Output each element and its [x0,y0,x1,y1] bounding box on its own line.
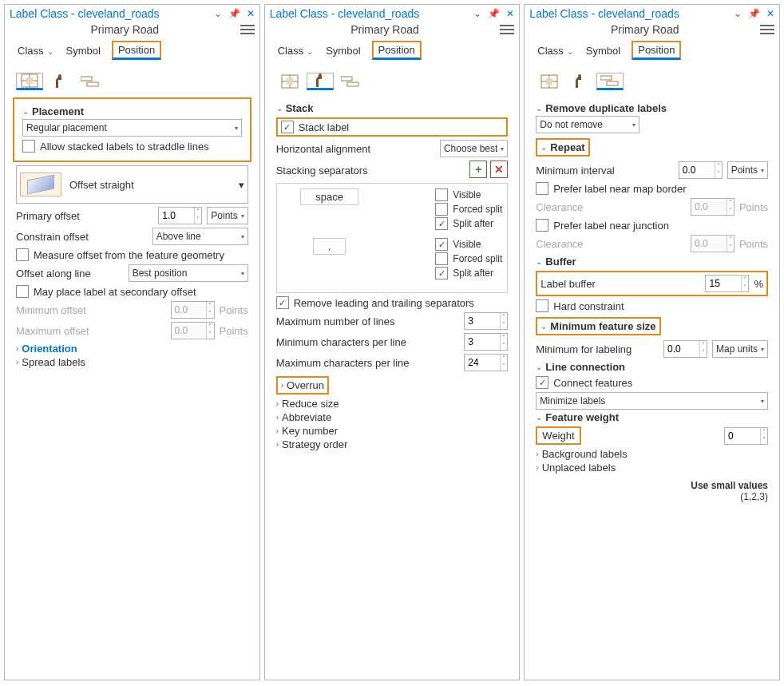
pin-icon[interactable]: 📌 [228,8,240,19]
placement-subtab-icon[interactable] [536,70,563,93]
tab-class[interactable]: Class⌄ [536,43,575,58]
section-abbreviate[interactable]: ›Abbreviate [276,411,509,423]
offset-thumbnail-icon [20,172,61,196]
section-placement[interactable]: ⌄Placement [22,105,242,117]
section-spread-labels[interactable]: ›Spread labels [16,356,248,368]
section-reduce-size[interactable]: ›Reduce size [276,398,509,410]
min-chars-input[interactable]: ˄˅ [464,333,508,351]
section-background-labels[interactable]: ›Background labels [536,448,768,460]
svg-rect-10 [287,78,293,85]
section-stack[interactable]: ⌄Stack [276,102,509,114]
fitting-subtab-icon[interactable] [46,70,73,93]
connect-features-checkbox[interactable]: ✓ [536,376,548,389]
tab-position[interactable]: Position [632,41,681,60]
feature-weight-input[interactable]: ˄˅ [724,427,768,445]
tab-class[interactable]: Class⌄ [16,43,55,58]
min-interval-unit-dropdown[interactable]: Points▾ [727,161,768,179]
sep-after-checkbox[interactable]: ✓ [435,267,448,280]
min-labeling-unit-dropdown[interactable]: Map units▾ [712,340,768,358]
label-buffer-input[interactable]: ˄˅ [705,275,749,292]
prefer-border-checkbox[interactable] [536,182,548,195]
tab-class[interactable]: Class⌄ [276,43,315,58]
remove-separator-button[interactable]: ✕ [490,161,508,178]
sep-visible-checkbox[interactable]: ✓ [435,238,448,251]
tab-position[interactable]: Position [112,41,161,60]
prefer-junction-checkbox[interactable] [536,219,548,232]
svg-rect-5 [81,77,92,81]
straddle-checkbox[interactable] [22,140,35,153]
max-chars-input[interactable]: ˄˅ [464,354,508,371]
separator-item[interactable]: space [282,188,378,205]
section-feature-weight[interactable]: ⌄Feature weight [536,411,768,423]
primary-offset-input[interactable]: ˄˅ [158,207,202,224]
section-buffer[interactable]: ⌄Buffer [536,256,768,268]
tab-position[interactable]: Position [372,41,422,60]
weight-label: Weight [536,426,580,445]
tab-symbol[interactable]: Symbol [584,43,622,58]
fitting-subtab-icon[interactable] [307,73,334,90]
placement-subtab-icon[interactable] [16,73,43,90]
section-strategy-order[interactable]: ›Strategy order [276,438,509,450]
svg-rect-6 [87,82,98,86]
section-line-connection[interactable]: ⌄Line connection [536,361,768,373]
hard-constraint-checkbox[interactable] [536,299,548,312]
svg-rect-12 [341,77,352,81]
stack-label-checkbox[interactable]: ✓ [281,121,294,133]
close-icon[interactable]: ✕ [506,8,514,19]
menu-icon[interactable] [240,25,255,34]
section-repeat[interactable]: ⌄Repeat [536,138,589,157]
sep-visible-checkbox[interactable] [435,188,448,201]
sep-forced-checkbox[interactable] [435,203,448,216]
section-unplaced-labels[interactable]: ›Unplaced labels [536,462,768,474]
svg-rect-13 [347,82,358,86]
svg-point-4 [58,74,61,77]
close-icon[interactable]: ✕ [766,8,774,19]
tab-symbol[interactable]: Symbol [324,43,362,58]
separator-list: space Visible Forced split ✓Split after … [276,183,509,293]
conflict-subtab-icon[interactable] [596,73,624,90]
offset-style-dropdown[interactable]: Offset straight▾ [16,165,248,204]
max-lines-input[interactable]: ˄˅ [464,312,508,330]
panel-position-conflict: Label Class - cleveland_roads ⌄📌✕ Primar… [524,4,780,680]
dropdown-icon[interactable]: ⌄ [214,8,222,19]
panel-position-placement: Label Class - cleveland_roads ⌄ 📌 ✕ Prim… [4,4,260,680]
close-icon[interactable]: ✕ [247,8,255,19]
offset-along-line-dropdown[interactable]: Best position▾ [129,264,248,282]
fitting-subtab-icon[interactable] [566,70,593,93]
conflict-subtab-icon[interactable] [77,70,104,93]
clearance-input: ˄˅ [691,235,735,252]
placement-subtab-icon[interactable] [276,70,303,93]
clearance-input: ˄˅ [691,198,735,216]
section-key-number[interactable]: ›Key number [276,425,509,437]
pin-icon[interactable]: 📌 [488,8,500,19]
sep-after-checkbox[interactable]: ✓ [435,217,448,230]
primary-offset-unit-dropdown[interactable]: Points▾ [207,207,247,224]
horizontal-alignment-dropdown[interactable]: Choose best▾ [440,140,508,157]
remove-separators-checkbox[interactable]: ✓ [276,296,289,309]
pin-icon[interactable]: 📌 [748,8,760,19]
remove-duplicates-dropdown[interactable]: Do not remove▾ [536,116,639,133]
section-remove-duplicates[interactable]: ⌄Remove duplicate labels [536,102,768,114]
section-orientation[interactable]: ›Orientation [16,343,248,355]
dropdown-icon[interactable]: ⌄ [473,8,481,19]
panel-title: Label Class - cleveland_roads [10,7,214,20]
sep-forced-checkbox[interactable] [435,252,448,265]
dropdown-icon[interactable]: ⌄ [734,8,742,19]
conflict-subtab-icon[interactable] [337,70,364,93]
constrain-offset-dropdown[interactable]: Above line▾ [152,228,248,245]
min-offset-input: ˄˅ [171,301,215,319]
menu-icon[interactable] [500,25,514,34]
placement-mode-dropdown[interactable]: Regular placement▾ [22,119,242,137]
min-interval-input[interactable]: ˄˅ [679,161,723,179]
secondary-offset-checkbox[interactable] [16,285,29,298]
menu-icon[interactable] [760,25,774,34]
separator-item[interactable]: , [282,238,378,255]
line-connection-dropdown[interactable]: Minimize labels▾ [536,392,768,410]
section-min-feature-size[interactable]: ⌄Minimum feature size [536,317,660,335]
panel-title: Label Class - cleveland_roads [270,7,474,20]
add-separator-button[interactable]: + [469,161,487,178]
measure-geometry-checkbox[interactable] [16,248,29,261]
min-labeling-input[interactable]: ˄˅ [663,340,707,358]
tab-symbol[interactable]: Symbol [65,43,102,58]
section-overrun[interactable]: ›Overrun [276,376,329,395]
